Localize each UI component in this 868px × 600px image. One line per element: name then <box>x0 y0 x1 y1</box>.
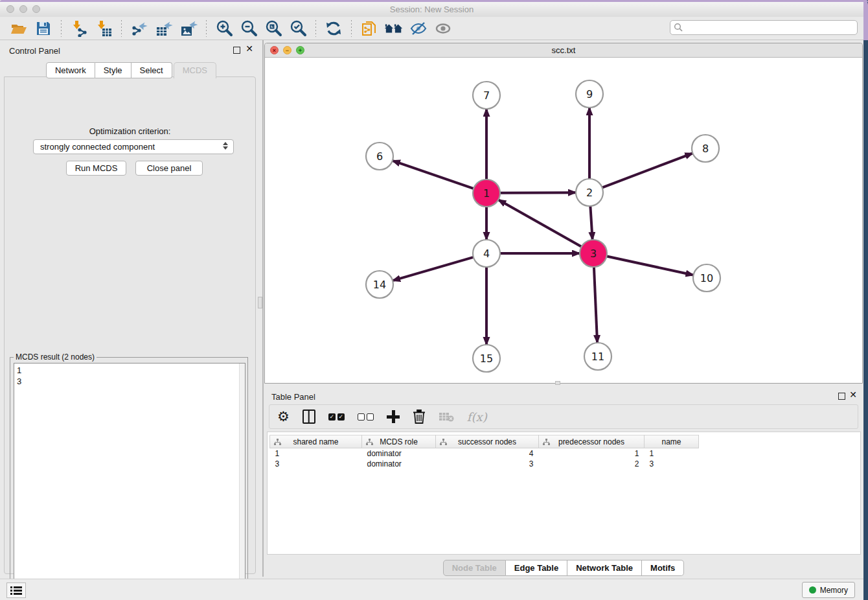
delete-column-icon[interactable] <box>413 408 426 426</box>
table-cell[interactable]: 1 <box>539 448 645 459</box>
tab-style[interactable]: Style <box>95 62 131 78</box>
close-network-icon[interactable]: × <box>270 46 279 54</box>
zoom-window-icon[interactable] <box>32 5 40 13</box>
graph-edge-1-2[interactable] <box>499 192 577 193</box>
graph-edge-1-6[interactable] <box>392 161 474 189</box>
graph-node-label-6: 6 <box>376 150 383 163</box>
column-header-shared-name[interactable]: shared name <box>270 435 362 448</box>
table-cell[interactable]: 2 <box>539 459 645 469</box>
table-cell[interactable]: 3 <box>270 459 362 469</box>
table-cell[interactable]: dominator <box>362 459 436 469</box>
memory-button-label: Memory <box>820 586 848 595</box>
tab-motifs[interactable]: Motifs <box>642 560 684 576</box>
run-mcds-button[interactable]: Run MCDS <box>66 161 126 176</box>
memory-button[interactable]: Memory <box>802 582 855 598</box>
add-column-icon[interactable] <box>387 408 400 426</box>
network-graph[interactable]: 7968124314101511 <box>265 58 862 384</box>
tab-edge-table[interactable]: Edge Table <box>506 560 567 576</box>
column-header-mcds-role[interactable]: MCDS role <box>362 435 436 448</box>
table-row[interactable]: 1dominator411 <box>270 448 699 459</box>
export-table-icon[interactable] <box>154 19 174 38</box>
graph-edge-4-14[interactable] <box>392 257 474 281</box>
search-input[interactable] <box>670 20 858 35</box>
first-neighbors-icon[interactable] <box>384 19 404 38</box>
split-panel-icon[interactable] <box>303 408 315 426</box>
table-cell[interactable]: dominator <box>362 448 436 459</box>
graph-edge-3-10[interactable] <box>606 256 694 275</box>
toolbar-separator <box>61 20 62 37</box>
splitter-handle-vertical[interactable] <box>258 297 262 308</box>
optimization-criterion-label: Optimization criterion: <box>5 126 255 136</box>
close-table-panel-icon[interactable]: ✕ <box>849 389 857 400</box>
window-controls[interactable] <box>6 5 40 13</box>
column-header-name[interactable]: name <box>645 435 699 448</box>
column-header-successor-nodes[interactable]: successor nodes <box>436 435 539 448</box>
mcds-result-textarea[interactable]: 1 3 <box>14 363 246 599</box>
select-stepper-icon <box>223 142 228 150</box>
export-image-icon[interactable] <box>179 19 198 38</box>
network-view-window: × − + scc.txt 7968124314101511 <box>264 43 863 384</box>
graph-node-label-10: 10 <box>700 272 713 284</box>
optimization-criterion-select[interactable]: strongly connected component <box>33 139 234 154</box>
tab-network-table[interactable]: Network Table <box>567 560 642 576</box>
graph-edge-3-1[interactable] <box>497 200 582 247</box>
table-cell[interactable]: 1 <box>270 448 362 459</box>
close-panel-button[interactable]: Close panel <box>135 161 203 176</box>
graph-node-label-7: 7 <box>483 89 490 102</box>
refresh-layout-icon[interactable] <box>324 19 343 38</box>
network-window-controls[interactable]: × − + <box>270 46 304 54</box>
table-row[interactable]: 3dominator323 <box>270 459 699 469</box>
toolbar-separator <box>351 20 352 37</box>
close-panel-icon[interactable]: ✕ <box>246 43 253 54</box>
task-history-button[interactable] <box>6 583 26 598</box>
titlebar: Session: New Session <box>0 2 863 17</box>
save-session-icon[interactable] <box>34 19 53 38</box>
zoom-in-icon[interactable] <box>214 19 234 38</box>
mcds-result-text: 1 3 <box>17 365 21 387</box>
hide-selected-icon[interactable] <box>409 19 428 38</box>
network-view-titlebar[interactable]: × − + scc.txt <box>265 43 862 58</box>
window-top-border <box>0 0 868 2</box>
float-panel-icon[interactable] <box>233 47 240 54</box>
graph-edge-2-8[interactable] <box>602 153 694 188</box>
export-network-icon[interactable] <box>130 19 149 38</box>
app-window: Session: New Session <box>0 0 863 600</box>
mcds-result-title: MCDS result (2 nodes) <box>14 352 97 362</box>
import-table-icon[interactable] <box>94 19 113 38</box>
zoom-selected-icon[interactable] <box>288 19 308 38</box>
minimize-network-icon[interactable]: − <box>283 46 291 54</box>
graph-edge-2-3[interactable] <box>590 205 592 240</box>
search-icon <box>674 23 683 32</box>
splitter-handle-horizontal[interactable] <box>555 381 560 385</box>
table-settings-icon[interactable]: ⚙ <box>277 408 290 426</box>
tab-node-table[interactable]: Node Table <box>443 560 506 576</box>
open-session-icon[interactable] <box>9 19 29 38</box>
table-cell[interactable]: 3 <box>436 459 539 469</box>
minimize-window-icon[interactable] <box>19 5 27 13</box>
tab-mcds[interactable]: MCDS <box>174 62 216 78</box>
control-panel-tabs: NetworkStyleSelectMCDS <box>0 62 262 78</box>
tab-network[interactable]: Network <box>46 62 95 78</box>
zoom-fit-icon[interactable] <box>264 19 283 38</box>
function-builder-icon-disabled: f(x) <box>467 408 487 426</box>
search-field[interactable] <box>670 20 858 35</box>
duplicate-network-icon[interactable] <box>360 19 379 38</box>
unselect-all-columns-icon[interactable] <box>358 408 374 426</box>
select-all-columns-icon[interactable]: ✓✓ <box>328 408 345 426</box>
control-panel-header: Control Panel ✕ <box>0 40 262 61</box>
table-cell[interactable]: 3 <box>645 459 699 469</box>
import-network-icon[interactable] <box>69 19 89 38</box>
node-table[interactable]: shared nameMCDS rolesuccessor nodesprede… <box>267 432 861 555</box>
toolbar-separator <box>121 20 122 37</box>
result-scrollbar[interactable] <box>239 363 245 599</box>
tab-select[interactable]: Select <box>131 62 172 78</box>
graph-edge-3-11[interactable] <box>594 266 597 343</box>
maximize-network-icon[interactable]: + <box>296 46 304 54</box>
column-header-predecessor-nodes[interactable]: predecessor nodes <box>539 435 645 448</box>
table-cell[interactable]: 1 <box>645 448 699 459</box>
zoom-out-icon[interactable] <box>239 19 258 38</box>
table-cell[interactable]: 4 <box>436 448 539 459</box>
close-window-icon[interactable] <box>6 5 14 13</box>
show-all-icon[interactable] <box>433 19 453 38</box>
float-table-panel-icon[interactable] <box>838 393 845 400</box>
